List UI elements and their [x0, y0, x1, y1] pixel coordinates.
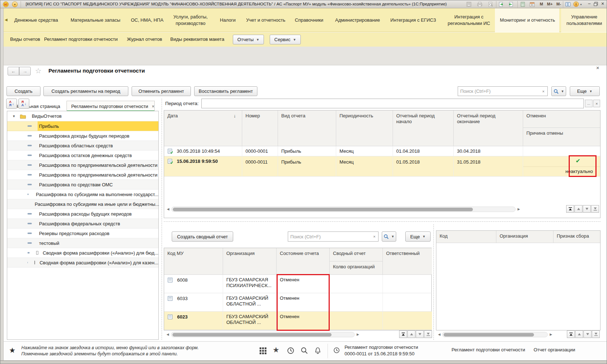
orgs-search-button[interactable]: ▼	[382, 231, 396, 242]
col-header-cancelled[interactable]: Отменен	[523, 110, 600, 128]
restore-button[interactable]	[594, 2, 598, 6]
tree-item[interactable]: Расшифровка по субсидиям на выполнение г…	[7, 190, 158, 199]
goto-next-row-button[interactable]	[584, 330, 591, 338]
history-link-org-report[interactable]: Отчет организации	[534, 347, 575, 352]
goto-prev-row-button[interactable]	[407, 330, 415, 338]
hscroll-right-arrow[interactable]: ▶	[355, 331, 360, 338]
m-button[interactable]: M	[540, 2, 543, 6]
ribbon-item-os-nma[interactable]: ОС, НМА, НПА	[128, 17, 166, 23]
tree-item[interactable]: Расшифровка по средствам ОМС	[7, 180, 158, 190]
regulation-row-period-start[interactable]: 01.04.2018	[393, 146, 454, 156]
goto-first-row-button[interactable]	[399, 330, 407, 338]
favorite-star-icon[interactable]: ☆	[35, 66, 42, 75]
search-clear-icon[interactable]: ×	[539, 86, 548, 96]
org-row-responsible[interactable]	[383, 275, 432, 293]
history-link-regulation[interactable]: Регламент подготовки отчетности	[452, 347, 525, 352]
col-header-mu-code[interactable]: Код МУ	[164, 248, 223, 275]
v-splitter-left[interactable]	[162, 99, 162, 340]
create-for-period-button[interactable]: Создать регламенты на период	[43, 86, 128, 96]
tree-item[interactable]: Сводная форма расшифровки («Анализ») для…	[7, 258, 158, 268]
toolbar-link-layout-attrs[interactable]: Виды реквизитов макета	[170, 36, 224, 42]
hscroll-thumb[interactable]	[444, 333, 534, 337]
import-file-icon[interactable]	[508, 1, 514, 7]
tree-item[interactable]: Расшифровка расходы будущих периодов	[7, 209, 158, 219]
info-dropdown-icon[interactable]: ▾	[580, 3, 582, 6]
print-preview-icon[interactable]	[488, 1, 493, 7]
main-menu-button[interactable]: ▾	[12, 1, 18, 7]
ribbon-item-references[interactable]: Справочники	[292, 17, 326, 23]
org-row-organization[interactable]: ГБУЗ САМАРСКИЙ ОБЛАСТНОЙ ...	[223, 312, 277, 330]
regulation-row-number[interactable]: 0000-0011	[242, 156, 278, 177]
hscrollbar[interactable]	[171, 207, 516, 212]
regulation-row-date[interactable]: 30.05.2018 10:49:54	[164, 146, 242, 156]
col-header-cancel-reason[interactable]: Причина отмены	[523, 128, 600, 146]
checkbox-icon[interactable]	[34, 261, 35, 264]
col-header-period-end[interactable]: Отчетный период окончание	[454, 110, 523, 146]
toolbar-link-report-kinds[interactable]: Виды отчетов	[10, 36, 40, 42]
org-row-code[interactable]: 6023	[164, 312, 223, 330]
regulation-row-period-end[interactable]: 31.05.2018	[454, 156, 523, 177]
hscroll-left-arrow[interactable]: ◀	[437, 331, 442, 338]
goto-first-row-button[interactable]	[567, 330, 575, 338]
menu-grid-icon[interactable]	[259, 347, 267, 355]
col-header-periodicity[interactable]: Периодичность	[336, 110, 393, 146]
notifications-bell-icon[interactable]	[314, 347, 322, 355]
goto-last-row-button[interactable]	[592, 330, 600, 338]
calendar-icon[interactable]: 31	[529, 1, 535, 7]
favorites-star-icon[interactable]: ★	[9, 346, 16, 355]
create-summary-report-button[interactable]: Создать сводный отчет	[172, 231, 233, 242]
period-input[interactable]	[201, 99, 584, 108]
org-row-organization[interactable]: ГБУЗ САМАРСКИЙ ОБЛАСТНОЙ ...	[223, 293, 277, 312]
search-clear-icon[interactable]: ×	[371, 231, 379, 242]
org-row-responsible[interactable]	[383, 312, 432, 330]
tree-item[interactable]: Расшифровка областных средств	[7, 141, 158, 151]
org-row-responsible[interactable]	[383, 293, 432, 312]
print-icon[interactable]	[477, 1, 483, 7]
goto-next-row-button[interactable]	[583, 205, 591, 213]
goto-last-row-button[interactable]	[424, 330, 432, 338]
tab-current[interactable]: Регламенты подготовки отчетности ×	[67, 101, 155, 112]
hscroll-right-arrow[interactable]: ▶	[516, 206, 521, 212]
favorites-panel-icon[interactable]: ★	[273, 346, 279, 354]
regulation-row-period-start[interactable]: 01.05.2018	[393, 156, 454, 177]
org-row-code[interactable]: 6008	[164, 275, 223, 293]
ribbon-item-administration[interactable]: Администрирование	[332, 17, 383, 23]
ribbon-item-money[interactable]: Денежные средства	[13, 17, 60, 23]
history-icon[interactable]	[287, 347, 295, 355]
col-header-code[interactable]: Код	[436, 231, 496, 243]
toolbar-link-report-journal[interactable]: Журнал отчетов	[127, 36, 162, 42]
service-menu-button[interactable]: Сервис▼	[270, 35, 301, 44]
more-button-top[interactable]: Еще▼	[570, 86, 600, 96]
orgs-search-input[interactable]	[288, 231, 371, 242]
restore-regulation-button[interactable]: Восстановить регламент	[194, 86, 257, 96]
more-button-middle[interactable]: Еще▼	[405, 231, 431, 242]
create-button[interactable]: Создать	[7, 86, 40, 96]
col-header-kind[interactable]: Вид отчета	[278, 110, 336, 146]
m-minus-button[interactable]: M-	[556, 2, 561, 6]
goto-prev-row-button[interactable]	[575, 330, 583, 338]
collection-hscrollbar[interactable]	[442, 332, 548, 337]
col-header-org-count[interactable]: Колво организаций	[330, 261, 383, 275]
tree-item[interactable]: Резервы предстоящих расходов	[7, 229, 158, 238]
col-header-organization[interactable]: Организация	[223, 248, 277, 275]
ribbon-item-taxes[interactable]: Налоги	[217, 17, 239, 23]
reports-menu-button[interactable]: Отчеты▼	[233, 35, 264, 44]
tree-item[interactable]: Сводная форма расшифровки («Анализ») для…	[7, 248, 158, 258]
cancel-regulation-button[interactable]: Отменить регламент	[132, 86, 191, 96]
tree-item[interactable]: Расшифровка доходы будущих периодов	[7, 131, 158, 141]
nav-back-button[interactable]: ←	[8, 67, 19, 75]
hscroll-thumb[interactable]	[173, 208, 473, 211]
orgs-hscrollbar[interactable]	[171, 332, 355, 337]
save-icon[interactable]	[466, 1, 472, 7]
ribbon-item-accounting[interactable]: Учет и отчетность	[245, 17, 287, 23]
info-icon[interactable]: i	[573, 1, 579, 7]
h-splitter[interactable]	[164, 221, 600, 222]
org-row-summary[interactable]	[330, 312, 383, 330]
regulation-row-cancelled[interactable]	[523, 146, 600, 156]
tree-item[interactable]: Расшифровка по субсидиям на иные цели и …	[7, 199, 158, 209]
hscroll-left-arrow[interactable]: ◀	[166, 206, 171, 212]
checkbox-icon[interactable]	[36, 251, 38, 255]
org-row-code[interactable]: 6033	[164, 293, 223, 312]
v-splitter-right[interactable]	[433, 224, 434, 340]
sort-desc-button[interactable]: ЯА ↓	[18, 99, 29, 109]
